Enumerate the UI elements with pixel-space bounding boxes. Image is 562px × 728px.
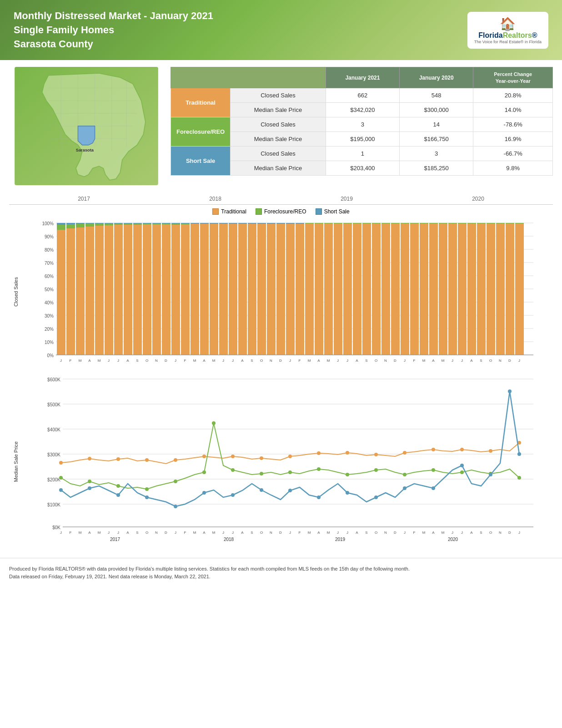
year-2018: 2018 <box>209 196 221 202</box>
svg-rect-154 <box>496 223 505 355</box>
svg-rect-143 <box>439 223 447 223</box>
svg-rect-136 <box>410 223 419 355</box>
svg-text:O: O <box>146 359 148 363</box>
svg-text:10%: 10% <box>45 340 54 345</box>
svg-rect-148 <box>467 223 476 355</box>
svg-rect-79 <box>191 223 199 224</box>
svg-text:60%: 60% <box>45 274 54 279</box>
svg-rect-125 <box>353 223 361 223</box>
svg-rect-86 <box>210 223 218 223</box>
svg-text:S: S <box>365 531 367 535</box>
svg-text:D: D <box>279 531 282 535</box>
svg-text:100%: 100% <box>42 221 54 226</box>
svg-text:J: J <box>461 531 463 535</box>
svg-text:90%: 90% <box>45 234 54 239</box>
svg-point-231 <box>145 458 149 462</box>
svg-text:A: A <box>88 359 91 363</box>
svg-point-255 <box>317 467 321 471</box>
svg-rect-80 <box>191 223 199 223</box>
chart1-y-label: Closed Sales <box>9 218 23 365</box>
svg-point-238 <box>346 451 349 455</box>
svg-rect-87 <box>219 224 228 355</box>
svg-point-266 <box>145 495 149 499</box>
svg-rect-71 <box>162 223 171 223</box>
svg-rect-117 <box>315 223 323 223</box>
charts-section: Traditional Foreclosure/REO Short Sale C… <box>0 208 562 549</box>
svg-point-258 <box>403 473 406 476</box>
svg-text:A: A <box>470 531 473 535</box>
svg-text:F: F <box>70 531 72 535</box>
svg-rect-60 <box>133 225 142 355</box>
svg-point-259 <box>432 468 435 472</box>
svg-rect-54 <box>114 225 123 355</box>
svg-rect-153 <box>487 223 495 223</box>
svg-text:J: J <box>60 359 62 363</box>
svg-rect-118 <box>324 223 333 355</box>
svg-rect-149 <box>467 223 476 223</box>
val-shortsale-price-2020: $185,250 <box>400 161 473 175</box>
val-traditional-closed-2021: 662 <box>326 88 399 102</box>
svg-text:J: J <box>289 359 291 363</box>
svg-rect-150 <box>477 223 486 355</box>
svg-rect-85 <box>210 223 218 224</box>
svg-point-280 <box>517 452 521 456</box>
svg-point-278 <box>489 473 492 476</box>
svg-rect-36 <box>57 230 65 355</box>
val-foreclosure-price-pct: 16.9% <box>473 131 553 146</box>
svg-rect-49 <box>95 223 104 226</box>
chart1-wrapper: Closed Sales 100% 90% 80% 70% 60% 50% 40… <box>9 218 553 365</box>
val-shortsale-price-2021: $203,400 <box>326 161 399 175</box>
chart2-container: Median Sale Price $600K $500K $400K $300… <box>9 374 553 549</box>
svg-rect-104 <box>267 223 276 223</box>
table-row-shortsale-closed: Short Sale Closed Sales 1 3 -66.7% <box>171 146 553 161</box>
svg-rect-144 <box>448 223 457 355</box>
legend-traditional-box <box>212 208 219 215</box>
svg-point-230 <box>116 457 120 461</box>
svg-rect-137 <box>410 223 419 223</box>
chart1-svg: 100% 90% 80% 70% 60% 50% 40% 30% 20% 10%… <box>23 218 553 364</box>
svg-rect-130 <box>381 223 390 355</box>
table-row-traditional-closed: Traditional Closed Sales 662 548 20.8% <box>171 88 553 102</box>
svg-rect-135 <box>401 223 409 223</box>
svg-text:S: S <box>480 359 482 363</box>
svg-point-249 <box>174 480 177 483</box>
header-text: Monthly Distressed Market - January 2021… <box>14 9 213 51</box>
page-wrapper: Monthly Distressed Market - January 2021… <box>0 0 562 587</box>
svg-rect-63 <box>143 224 151 355</box>
svg-point-243 <box>489 449 492 453</box>
svg-text:M: M <box>327 531 330 535</box>
svg-rect-131 <box>381 223 390 223</box>
svg-rect-155 <box>496 223 505 223</box>
legend-shortsale: Short Sale <box>316 208 350 215</box>
val-shortsale-closed-2021: 1 <box>326 146 399 161</box>
svg-text:J: J <box>175 359 176 363</box>
svg-rect-42 <box>76 228 85 355</box>
svg-rect-103 <box>267 223 276 224</box>
val-shortsale-closed-2020: 3 <box>400 146 473 161</box>
footer-text1: Produced by Florida REALTORS® with data … <box>9 565 553 573</box>
svg-rect-56 <box>114 223 123 223</box>
svg-rect-105 <box>276 224 285 355</box>
table-header-category <box>171 67 326 88</box>
val-foreclosure-closed-2020: 14 <box>400 117 473 131</box>
svg-rect-156 <box>506 223 514 355</box>
svg-text:$0K: $0K <box>52 525 60 530</box>
svg-point-263 <box>59 488 63 492</box>
svg-text:$500K: $500K <box>47 402 60 407</box>
svg-text:A: A <box>88 531 91 535</box>
svg-point-272 <box>317 495 321 499</box>
svg-text:N: N <box>270 359 272 363</box>
svg-rect-114 <box>305 223 314 355</box>
svg-rect-67 <box>152 223 161 224</box>
header: Monthly Distressed Market - January 2021… <box>0 0 562 60</box>
svg-rect-74 <box>171 223 180 223</box>
svg-rect-121 <box>334 223 342 223</box>
svg-text:M: M <box>422 359 426 363</box>
svg-text:S: S <box>136 531 138 535</box>
svg-point-248 <box>145 487 149 491</box>
svg-text:A: A <box>241 531 244 535</box>
svg-point-279 <box>508 389 512 393</box>
svg-rect-147 <box>458 223 467 223</box>
svg-text:O: O <box>375 531 377 535</box>
svg-point-274 <box>374 495 378 499</box>
